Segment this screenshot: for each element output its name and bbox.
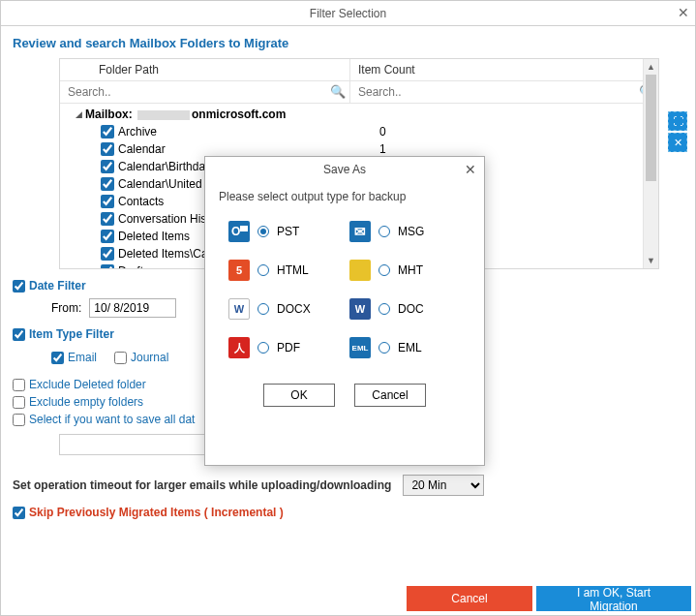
folder-checkbox[interactable] (101, 125, 114, 139)
window-titlebar: Filter Selection ✕ (1, 1, 695, 26)
folder-checkbox[interactable] (101, 247, 114, 261)
page-heading: Review and search Mailbox Folders to Mig… (13, 36, 683, 50)
folder-checkbox[interactable] (101, 160, 114, 173)
type-email-checkbox[interactable]: Email (51, 351, 97, 364)
dialog-title: Save As (323, 163, 366, 176)
output-option-eml[interactable]: EMLEML (349, 337, 461, 358)
output-option-msg[interactable]: MSG (349, 221, 461, 242)
mht-icon (349, 260, 371, 281)
html-icon: 5 (228, 260, 250, 281)
folder-label: Drafts (118, 264, 149, 268)
folder-checkbox[interactable] (101, 142, 114, 156)
output-option-pdf[interactable]: 人PDF (228, 337, 340, 358)
exclude-deleted-cb[interactable] (13, 379, 25, 391)
dialog-cancel-button[interactable]: Cancel (354, 384, 426, 407)
exclude-empty-cb[interactable] (13, 396, 25, 409)
start-migration-button[interactable]: I am OK, Start Migration (536, 586, 691, 611)
search-icon[interactable]: 🔍 (330, 84, 346, 99)
folder-label: Calendar\Birthdays (118, 160, 217, 173)
timeout-label: Set operation timeout for larger emails … (13, 478, 391, 492)
dialog-close-icon[interactable]: ✕ (465, 162, 476, 177)
option-label: DOCX (277, 302, 311, 316)
option-label: PDF (277, 341, 300, 354)
dialog-text: Please select output type for backup (205, 182, 484, 207)
msg-icon (349, 221, 371, 242)
folder-label: Archive (118, 125, 157, 139)
outlook-icon (228, 221, 250, 242)
output-option-mht[interactable]: MHT (349, 260, 461, 281)
from-date-input[interactable] (89, 298, 176, 318)
folder-checkbox[interactable] (101, 264, 114, 268)
eml-icon: EML (349, 337, 371, 358)
type-cb[interactable] (51, 352, 64, 364)
cancel-button[interactable]: Cancel (407, 586, 532, 611)
doc-icon (349, 298, 371, 320)
search-count-input[interactable] (350, 81, 658, 103)
type-journal-checkbox[interactable]: Journal (114, 351, 168, 364)
scroll-thumb[interactable] (646, 75, 656, 181)
option-label: EML (398, 341, 422, 354)
folder-label: Calendar\United S (118, 177, 213, 191)
option-label: DOC (398, 302, 424, 316)
folder-label: Contacts (118, 195, 164, 208)
radio-button[interactable] (378, 264, 390, 276)
folder-label: Conversation Hist (118, 212, 210, 226)
col-folder-path[interactable]: Folder Path (60, 59, 350, 80)
search-folder-input[interactable] (60, 81, 349, 103)
close-icon[interactable]: ✕ (678, 5, 689, 20)
folder-count: 1 (379, 142, 386, 156)
save-as-dialog: Save As ✕ Please select output type for … (204, 156, 485, 466)
folder-count: 0 (379, 125, 386, 139)
folder-label: Calendar (118, 142, 166, 156)
output-option-pst[interactable]: PST (228, 221, 340, 242)
scroll-down-icon[interactable]: ▼ (644, 253, 658, 268)
output-option-doc[interactable]: DOC (349, 298, 461, 320)
folder-checkbox[interactable] (101, 177, 114, 191)
folder-row[interactable]: Archive0 (60, 123, 658, 140)
save-all-cb[interactable] (13, 414, 25, 426)
search-count-box: 🔍 (350, 81, 658, 103)
expand-all-button[interactable]: ⛶ (668, 111, 687, 131)
vertical-scrollbar[interactable]: ▲ ▼ (643, 59, 658, 268)
timeout-select[interactable]: 20 Min (403, 475, 484, 496)
window-title: Filter Selection (310, 7, 386, 20)
col-item-count[interactable]: Item Count (350, 59, 658, 80)
pdf-icon: 人 (228, 337, 250, 358)
clear-button[interactable]: ✕ (668, 133, 687, 152)
option-label: PST (277, 225, 299, 238)
radio-button[interactable] (378, 226, 390, 237)
radio-button[interactable] (257, 264, 269, 276)
output-option-docx[interactable]: DOCX (228, 298, 340, 320)
output-option-html[interactable]: 5HTML (228, 260, 340, 281)
folder-checkbox[interactable] (101, 230, 114, 243)
skip-migrated-cb[interactable] (13, 507, 25, 519)
type-cb[interactable] (114, 352, 127, 364)
radio-button[interactable] (257, 226, 269, 237)
search-folder-box: 🔍 (60, 81, 350, 103)
option-label: HTML (277, 263, 309, 277)
option-label: MSG (398, 225, 424, 238)
mailbox-row[interactable]: ◢ Mailbox: onmicrosoft.com (60, 106, 658, 123)
docx-icon (228, 298, 250, 320)
collapse-icon[interactable]: ◢ (76, 109, 85, 119)
folder-checkbox[interactable] (101, 212, 114, 226)
table-header: Folder Path Item Count (60, 59, 658, 81)
item-type-cb[interactable] (13, 328, 25, 341)
skip-migrated-checkbox[interactable]: Skip Previously Migrated Items ( Increme… (13, 506, 683, 519)
from-label: From: (51, 301, 81, 315)
date-filter-cb[interactable] (13, 280, 25, 293)
folder-label: Deleted Items (118, 230, 190, 243)
bottom-bar: Cancel I am OK, Start Migration (1, 582, 695, 615)
radio-button[interactable] (257, 342, 269, 354)
dialog-ok-button[interactable]: OK (263, 384, 335, 407)
radio-button[interactable] (378, 342, 390, 354)
scroll-up-icon[interactable]: ▲ (644, 59, 658, 75)
radio-button[interactable] (257, 303, 269, 315)
option-label: MHT (398, 263, 423, 277)
folder-checkbox[interactable] (101, 195, 114, 208)
radio-button[interactable] (378, 303, 390, 315)
folder-label: Deleted Items\Ca (118, 247, 208, 261)
